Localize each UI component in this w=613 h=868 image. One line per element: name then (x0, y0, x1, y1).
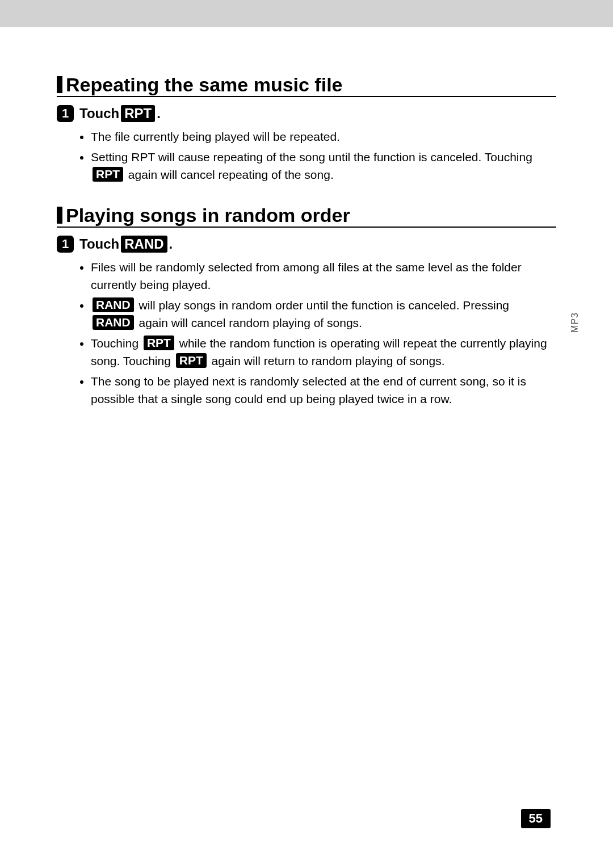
bullet-text: will play songs in random order until th… (136, 299, 509, 312)
bullet-text: Touching (91, 337, 142, 350)
bullet-text: again will cancel repeating of the song. (125, 168, 334, 181)
header-bar (0, 0, 613, 27)
bullet-item: Touching RPT while the random function i… (91, 334, 556, 370)
rand-button-label: RAND (93, 315, 134, 330)
step-text-post: . (169, 236, 173, 252)
bullet-text: again will return to random playing of s… (208, 354, 445, 367)
step-text-pre: Touch (79, 106, 119, 121)
section-1-title: Repeating the same music file (57, 74, 556, 96)
rand-button-label: RAND (121, 236, 167, 253)
rpt-button-label: RPT (144, 336, 174, 350)
section-2-title-text: Playing songs in random order (66, 204, 350, 227)
rpt-button-label: RPT (121, 105, 155, 122)
bullet-text: The file currently being played will be … (91, 130, 340, 143)
step-text-pre: Touch (79, 236, 119, 252)
bullet-item: The file currently being played will be … (91, 128, 556, 146)
rpt-button-label: RPT (93, 167, 123, 182)
step-text-post: . (157, 106, 161, 121)
step-number-badge: 1 (57, 236, 74, 253)
bullet-text: again will cancel random playing of song… (136, 316, 362, 329)
bullet-text: Setting RPT will cause repeating of the … (91, 150, 532, 163)
bullet-item: Setting RPT will cause repeating of the … (91, 148, 556, 184)
side-tab-label: MP3 (570, 312, 580, 333)
section-1-title-wrap: Repeating the same music file (57, 74, 556, 97)
section-bar-icon (57, 76, 62, 93)
bullet-item: Files will be randomly selected from amo… (91, 258, 556, 294)
page-content: Repeating the same music file 1 Touch RP… (57, 74, 556, 410)
section-2-bullets: Files will be randomly selected from amo… (91, 258, 556, 408)
step-number: 1 (62, 237, 69, 251)
rpt-button-label: RPT (176, 353, 207, 368)
section-2-title-wrap: Playing songs in random order (57, 204, 556, 228)
manual-page: Repeating the same music file 1 Touch RP… (0, 0, 613, 868)
step-number: 1 (62, 106, 69, 121)
step-number-badge: 1 (57, 105, 74, 122)
bullet-text: The song to be played next is randomly s… (91, 375, 526, 406)
page-number-badge: 55 (521, 809, 551, 828)
section-1-bullets: The file currently being played will be … (91, 128, 556, 184)
section-1-title-text: Repeating the same music file (66, 74, 343, 96)
section-2-step: 1 Touch RAND . (57, 236, 556, 253)
bullet-item: The song to be played next is randomly s… (91, 372, 556, 408)
rand-button-label: RAND (93, 297, 134, 312)
bullet-item: RAND will play songs in random order unt… (91, 296, 556, 332)
section-2-title: Playing songs in random order (57, 204, 556, 227)
bullet-text: Files will be randomly selected from amo… (91, 261, 522, 292)
section-bar-icon (57, 207, 62, 224)
section-1-step: 1 Touch RPT . (57, 105, 556, 122)
